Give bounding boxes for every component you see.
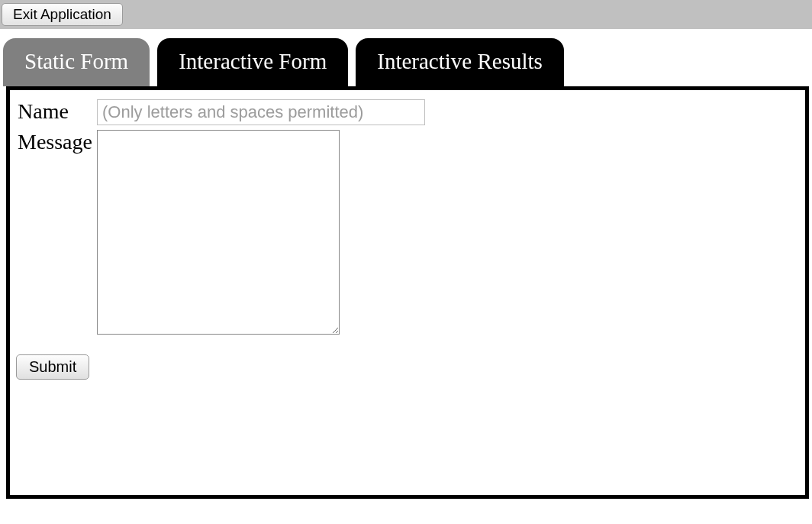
submit-button[interactable]: Submit [16, 354, 89, 380]
message-textarea[interactable] [97, 130, 340, 335]
tab-static-form[interactable]: Static Form [3, 38, 150, 86]
form-table: Name Message [16, 96, 430, 341]
tab-interactive-results[interactable]: Interactive Results [356, 38, 564, 86]
exit-application-button[interactable]: Exit Application [2, 3, 123, 26]
tab-list: Static Form Interactive Form Interactive… [3, 38, 812, 86]
top-toolbar: Exit Application [0, 0, 812, 29]
tab-interactive-form[interactable]: Interactive Form [157, 38, 348, 86]
message-label: Message [18, 128, 95, 339]
tabs-container: Static Form Interactive Form Interactive… [0, 29, 812, 499]
name-label: Name [18, 98, 95, 127]
tab-panel-static-form: Name Message Submit [6, 86, 809, 499]
name-input[interactable] [97, 99, 425, 125]
